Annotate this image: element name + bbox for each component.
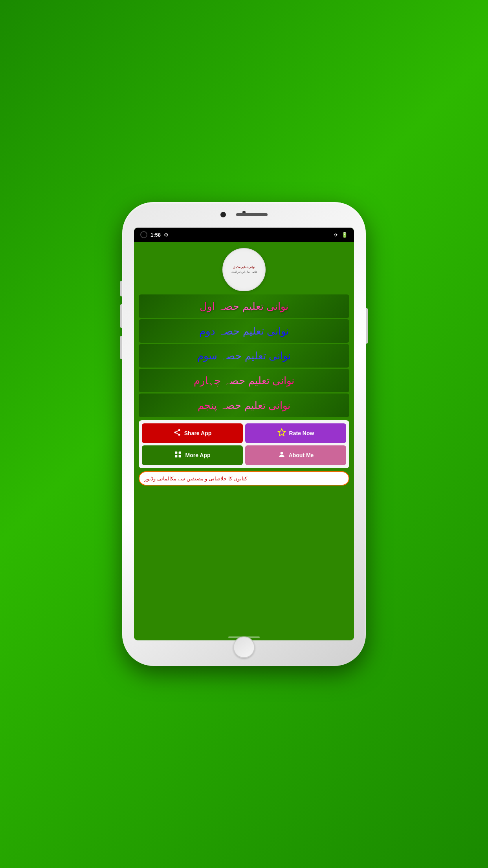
person-icon (278, 451, 286, 460)
about-me-button[interactable]: About Me (245, 445, 346, 465)
logo-text: نوانی تعلیم مکمل علامہ دیال این ادر البد… (229, 264, 259, 275)
action-buttons-grid: Share App Rate Now (139, 420, 349, 468)
settings-icon: ⚙ (164, 232, 169, 238)
svg-point-10 (280, 452, 283, 454)
status-bar: 1:58 ⚙ ✈ 🔋 (134, 228, 354, 242)
share-app-button[interactable]: Share App (142, 423, 243, 443)
grid-icon (174, 451, 182, 460)
menu-list: نوانی تعلیم حصہ اول نوانی تعلیم حصہ دوم … (139, 294, 349, 417)
svg-rect-9 (179, 455, 181, 457)
about-me-label: About Me (289, 452, 314, 458)
menu-item-3[interactable]: نوانی تعلیم حصہ سوم (139, 344, 349, 368)
volume-mute-button (120, 281, 122, 296)
menu-item-5[interactable]: نوانی تعلیم حصہ پنجم (139, 394, 349, 417)
star-icon (277, 428, 286, 439)
more-app-button[interactable]: More App (142, 445, 243, 465)
menu-item-2[interactable]: نوانی تعلیم حصہ دوم (139, 319, 349, 343)
speaker-grill (236, 213, 268, 216)
status-right: ✈ 🔋 (334, 232, 348, 238)
svg-line-3 (176, 433, 178, 434)
svg-marker-5 (278, 428, 285, 435)
share-app-label: Share App (184, 430, 212, 436)
svg-point-0 (178, 429, 180, 431)
app-logo: نوانی تعلیم مکمل علامہ دیال این ادر البد… (222, 248, 266, 291)
volume-up-button (120, 304, 122, 328)
marquee-text: کتابوں کا خلاصاتی و مصنفین سے مکالماتی و… (139, 476, 252, 482)
front-camera (220, 212, 226, 217)
logo-line2: علامہ دیال این ادر البدی (231, 270, 257, 274)
phone-frame: 1:58 ⚙ ✈ 🔋 نوانی تعلیم مکمل علامہ دیال ا… (122, 202, 366, 666)
menu-item-4[interactable]: نوانی تعلیم حصہ چہارم (139, 369, 349, 392)
svg-point-1 (174, 431, 176, 433)
menu-item-3-label: نوانی تعلیم حصہ سوم (197, 350, 291, 362)
volume-down-button (120, 336, 122, 359)
screen-content: نوانی تعلیم مکمل علامہ دیال این ادر البد… (134, 242, 354, 640)
svg-rect-6 (175, 451, 178, 454)
status-dot (140, 231, 147, 238)
svg-point-2 (178, 434, 180, 436)
phone-screen: 1:58 ⚙ ✈ 🔋 نوانی تعلیم مکمل علامہ دیال ا… (134, 228, 354, 640)
airplane-icon: ✈ (334, 232, 338, 238)
power-button (366, 308, 368, 344)
svg-rect-7 (179, 451, 181, 454)
menu-item-4-label: نوانی تعلیم حصہ چہارم (194, 375, 294, 387)
menu-item-1[interactable]: نوانی تعلیم حصہ اول (139, 294, 349, 318)
menu-item-5-label: نوانی تعلیم حصہ پنجم (198, 399, 290, 412)
rate-now-button[interactable]: Rate Now (245, 423, 346, 443)
logo-line1: نوانی تعلیم مکمل (231, 265, 257, 269)
status-time: 1:58 (150, 232, 161, 238)
home-button[interactable] (233, 636, 255, 658)
svg-line-4 (176, 430, 178, 432)
rate-now-label: Rate Now (289, 430, 314, 436)
share-icon (173, 428, 181, 438)
menu-item-2-label: نوانی تعلیم حصہ دوم (199, 325, 289, 337)
more-app-label: More App (185, 452, 210, 458)
marquee-banner: کتابوں کا خلاصاتی و مصنفین سے مکالماتی و… (139, 471, 349, 485)
menu-item-1-label: نوانی تعلیم حصہ اول (200, 300, 288, 313)
battery-icon: 🔋 (341, 232, 348, 238)
svg-rect-8 (175, 455, 178, 457)
